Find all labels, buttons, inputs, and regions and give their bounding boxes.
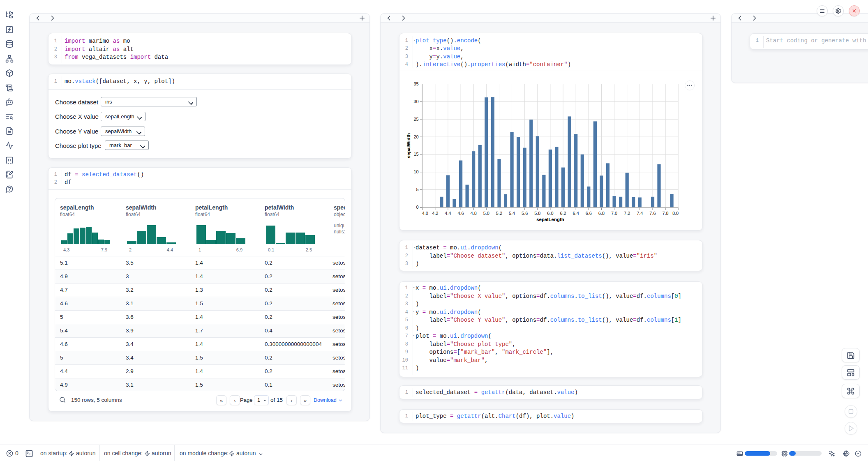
svg-text:10: 10 [413,169,418,174]
svg-text:7.2: 7.2 [624,211,630,216]
svg-text:20: 20 [413,134,418,139]
svg-text:6.8: 6.8 [598,211,605,216]
svg-text:4.2: 4.2 [432,211,438,216]
svg-text:4.0: 4.0 [422,211,428,216]
svg-text:6.6: 6.6 [586,211,592,216]
svg-text:sepalWidth: sepalWidth [406,133,411,158]
svg-text:35: 35 [413,81,418,86]
svg-text:0: 0 [416,205,419,210]
svg-text:6.2: 6.2 [560,211,566,216]
svg-text:7.0: 7.0 [611,211,617,216]
svg-text:4.8: 4.8 [471,211,477,216]
svg-text:sepalLength: sepalLength [536,217,564,222]
svg-text:25: 25 [413,117,418,122]
svg-text:8.0: 8.0 [672,211,679,216]
svg-text:6.4: 6.4 [573,211,579,216]
svg-text:5.0: 5.0 [483,211,489,216]
svg-text:6.0: 6.0 [547,211,553,216]
svg-text:30: 30 [413,99,418,104]
svg-text:5.8: 5.8 [534,211,540,216]
svg-text:4.6: 4.6 [457,211,464,216]
svg-text:4.4: 4.4 [445,211,451,216]
svg-text:5.6: 5.6 [522,211,528,216]
svg-text:5: 5 [416,187,419,192]
svg-text:5.4: 5.4 [509,211,515,216]
svg-text:7.6: 7.6 [649,211,656,216]
svg-text:15: 15 [413,152,418,157]
svg-text:5.2: 5.2 [496,211,502,216]
svg-text:7.8: 7.8 [662,211,668,216]
svg-text:7.4: 7.4 [637,211,643,216]
